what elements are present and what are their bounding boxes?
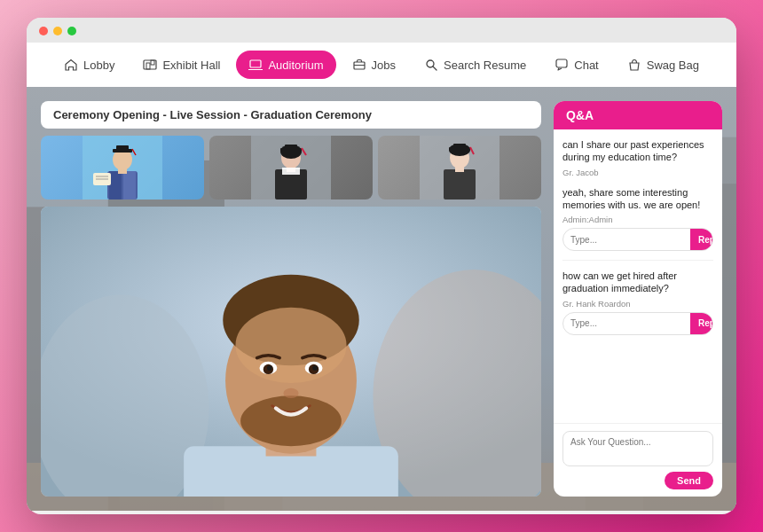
svg-point-57 bbox=[240, 395, 342, 446]
nav-item-swag-bag[interactable]: Swag Bag bbox=[615, 51, 712, 79]
qa-ask-area: Send bbox=[554, 423, 722, 497]
svg-rect-9 bbox=[556, 59, 567, 67]
svg-rect-2 bbox=[151, 60, 154, 65]
main-video bbox=[41, 207, 541, 497]
nav-label-exhibit-hall: Exhibit Hall bbox=[162, 59, 220, 72]
svg-rect-24 bbox=[123, 171, 136, 200]
session-title: Ceremony Opening - Live Session - Gradua… bbox=[41, 101, 541, 129]
nav-label-jobs: Jobs bbox=[372, 59, 396, 72]
thumbnail-2[interactable] bbox=[209, 136, 373, 200]
browser-window: Lobby Exhibit Hall Auditorium bbox=[27, 18, 736, 514]
qa-reply-row-3: Reply bbox=[562, 312, 713, 335]
svg-point-64 bbox=[312, 365, 318, 371]
nav-label-auditorium: Auditorium bbox=[268, 59, 323, 72]
thumbnail-3[interactable] bbox=[378, 136, 541, 200]
qa-question-3: how can we get hired after graduation im… bbox=[562, 270, 713, 295]
qa-author-3: Gr. Hank Roardon bbox=[562, 299, 713, 309]
svg-rect-48 bbox=[453, 144, 466, 149]
laptop-icon bbox=[248, 58, 263, 72]
qa-item-2: yeah, share some interesting memories wi… bbox=[562, 186, 713, 252]
svg-line-8 bbox=[433, 66, 437, 70]
svg-rect-43 bbox=[444, 169, 476, 200]
qa-reply-row-2: Reply bbox=[562, 228, 713, 251]
home-icon bbox=[64, 58, 78, 72]
nav-label-lobby: Lobby bbox=[83, 59, 114, 72]
bag-icon bbox=[627, 58, 641, 72]
svg-rect-39 bbox=[285, 145, 297, 150]
nav-item-search-resume[interactable]: Search Resume bbox=[412, 51, 539, 79]
svg-point-58 bbox=[235, 308, 346, 383]
briefcase-icon bbox=[352, 58, 366, 72]
qa-send-button[interactable]: Send bbox=[665, 472, 713, 489]
maximize-dot[interactable] bbox=[67, 27, 76, 35]
svg-rect-1 bbox=[146, 63, 150, 69]
nav-label-swag-bag: Swag Bag bbox=[647, 59, 699, 72]
chat-icon bbox=[555, 58, 569, 72]
exhibit-icon bbox=[143, 58, 157, 72]
qa-header: Q&A bbox=[554, 101, 722, 129]
search-icon bbox=[424, 58, 438, 72]
nav-item-jobs[interactable]: Jobs bbox=[340, 51, 408, 79]
svg-rect-23 bbox=[109, 171, 122, 200]
qa-item-3: how can we get hired after graduation im… bbox=[562, 270, 713, 335]
svg-point-65 bbox=[283, 388, 298, 398]
qa-author-2: Admin:Admin bbox=[562, 215, 713, 224]
qa-reply-input-3[interactable] bbox=[563, 318, 690, 328]
qa-ask-input[interactable] bbox=[562, 431, 713, 466]
nav-label-chat: Chat bbox=[574, 59, 598, 72]
nav-item-auditorium[interactable]: Auditorium bbox=[236, 51, 335, 79]
nav-item-lobby[interactable]: Lobby bbox=[51, 51, 127, 79]
thumbnails bbox=[41, 136, 541, 200]
navbar: Lobby Exhibit Hall Auditorium bbox=[27, 43, 736, 87]
browser-chrome bbox=[27, 18, 736, 43]
close-dot[interactable] bbox=[39, 27, 48, 35]
qa-panel: Q&A can I share our past experiences dur… bbox=[554, 101, 722, 497]
thumbnail-1[interactable] bbox=[41, 136, 204, 200]
qa-body: can I share our past experiences during … bbox=[554, 129, 722, 423]
qa-item-1: can I share our past experiences during … bbox=[562, 138, 713, 177]
svg-rect-3 bbox=[250, 60, 261, 67]
qa-question-2: yeah, share some interesting memories wi… bbox=[562, 186, 713, 212]
qa-author-1: Gr. Jacob bbox=[562, 168, 713, 177]
nav-label-search-resume: Search Resume bbox=[444, 59, 526, 72]
video-panel: Ceremony Opening - Live Session - Gradua… bbox=[41, 101, 541, 497]
minimize-dot[interactable] bbox=[53, 27, 62, 35]
qa-reply-button-2[interactable]: Reply bbox=[690, 229, 713, 250]
main-content: Ceremony Opening - Live Session - Gradua… bbox=[27, 87, 736, 511]
svg-rect-41 bbox=[282, 168, 300, 175]
qa-divider-1 bbox=[562, 260, 713, 261]
nav-item-exhibit-hall[interactable]: Exhibit Hall bbox=[130, 51, 232, 79]
svg-point-63 bbox=[267, 365, 272, 371]
svg-rect-28 bbox=[116, 145, 129, 151]
qa-reply-button-3[interactable]: Reply bbox=[690, 313, 713, 334]
qa-reply-input-2[interactable] bbox=[563, 235, 690, 245]
qa-question-1: can I share our past experiences during … bbox=[562, 138, 713, 164]
content-area: Ceremony Opening - Live Session - Gradua… bbox=[27, 87, 736, 511]
nav-item-chat[interactable]: Chat bbox=[542, 51, 610, 79]
